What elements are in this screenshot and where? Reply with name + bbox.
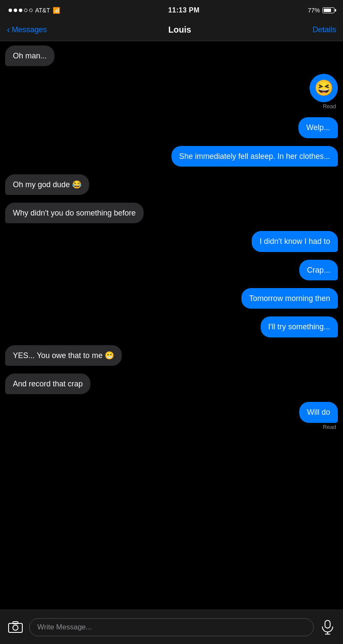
message-bubble: Crap... bbox=[299, 260, 338, 280]
read-receipt: Read bbox=[323, 103, 336, 109]
message-bubble: Will do bbox=[299, 402, 338, 422]
input-bar: Write Message... bbox=[0, 610, 343, 644]
signal-dot-1 bbox=[9, 9, 12, 12]
message-row: Crap... bbox=[299, 260, 338, 280]
back-button[interactable]: ‹ Messages bbox=[7, 24, 47, 36]
message-row: She immediately fell asleep. In her clot… bbox=[172, 146, 338, 167]
message-row: Will doRead bbox=[299, 402, 338, 430]
battery-percent: 77% bbox=[308, 7, 320, 14]
signal-dot-2 bbox=[14, 9, 17, 12]
signal-dot-3 bbox=[19, 9, 22, 12]
message-bubble: Welp... bbox=[298, 117, 338, 138]
emoji-bubble: 😆 bbox=[310, 74, 338, 102]
message-input[interactable]: Write Message... bbox=[29, 618, 314, 636]
message-row: Oh man... bbox=[5, 46, 54, 66]
signal-dot-5 bbox=[29, 9, 33, 12]
message-bubble: YES... You owe that to me 😁 bbox=[5, 345, 122, 366]
message-bubble: I didn't know I had to bbox=[252, 231, 338, 252]
message-bubble: Why didn't you do something before bbox=[5, 203, 144, 223]
message-bubble: I'll try something... bbox=[261, 316, 338, 337]
message-row: Why didn't you do something before bbox=[5, 203, 144, 223]
message-bubble: Oh my god dude 😂 bbox=[5, 174, 89, 195]
message-bubble: And record that crap bbox=[5, 374, 90, 394]
camera-button[interactable] bbox=[7, 619, 24, 636]
message-row: Oh my god dude 😂 bbox=[5, 174, 89, 195]
wifi-icon: 📶 bbox=[53, 7, 60, 14]
message-row: Welp... bbox=[298, 117, 338, 138]
details-button[interactable]: Details bbox=[313, 25, 336, 34]
messages-area: Oh man...😆ReadWelp...She immediately fel… bbox=[0, 41, 343, 610]
read-receipt: Read bbox=[323, 424, 336, 430]
nav-bar: ‹ Messages Louis Details bbox=[0, 19, 343, 41]
signal-dot-4 bbox=[24, 9, 27, 12]
input-placeholder: Write Message... bbox=[37, 623, 92, 631]
message-row: And record that crap bbox=[5, 374, 90, 394]
status-right: 77% bbox=[308, 7, 334, 14]
conversation-title: Louis bbox=[168, 25, 191, 35]
message-row: I didn't know I had to bbox=[252, 231, 338, 252]
status-bar: AT&T 📶 11:13 PM 77% bbox=[0, 0, 343, 19]
chevron-left-icon: ‹ bbox=[7, 24, 10, 36]
status-time: 11:13 PM bbox=[168, 6, 199, 14]
svg-point-1 bbox=[13, 625, 18, 630]
microphone-icon bbox=[322, 620, 334, 635]
mic-button[interactable] bbox=[319, 619, 336, 636]
carrier-label: AT&T bbox=[35, 7, 50, 14]
back-label[interactable]: Messages bbox=[12, 25, 47, 34]
message-bubble: She immediately fell asleep. In her clot… bbox=[172, 146, 338, 167]
message-row: I'll try something... bbox=[261, 316, 338, 337]
message-row: YES... You owe that to me 😁 bbox=[5, 345, 122, 366]
signal-dots bbox=[9, 9, 33, 12]
svg-rect-3 bbox=[325, 620, 330, 628]
message-bubble: Tomorrow morning then bbox=[241, 288, 338, 309]
svg-rect-2 bbox=[13, 622, 18, 624]
message-row: 😆Read bbox=[310, 74, 338, 109]
message-row: Tomorrow morning then bbox=[241, 288, 338, 309]
battery-icon bbox=[322, 7, 334, 13]
status-left: AT&T 📶 bbox=[9, 7, 60, 14]
camera-icon bbox=[8, 621, 23, 633]
message-bubble: Oh man... bbox=[5, 46, 54, 66]
